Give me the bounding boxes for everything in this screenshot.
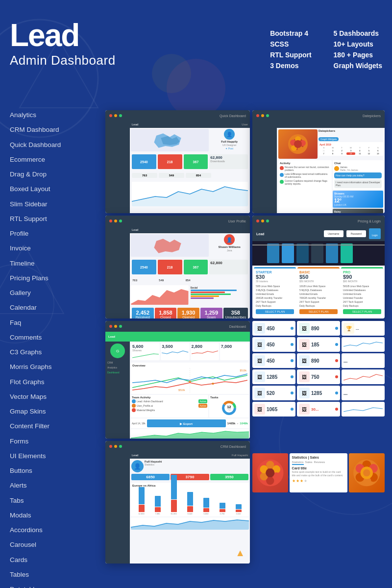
nav-rtl-support[interactable]: RTL Support bbox=[10, 212, 93, 226]
mockup-datepicker: Datepickers bbox=[252, 110, 385, 213]
nav-tables[interactable]: Tables bbox=[10, 567, 93, 582]
svg-marker-8 bbox=[131, 289, 189, 305]
nav-quick-dashboard[interactable]: Quick Dashboard bbox=[10, 138, 93, 152]
svg-rect-26 bbox=[282, 244, 294, 263]
nav-slim-sidebar[interactable]: Slim Sidebar bbox=[10, 197, 93, 212]
nav-gmap-skins[interactable]: Gmap Skins bbox=[10, 404, 93, 419]
screenshots-area: Quick Dashboard Lead User � bbox=[105, 110, 390, 578]
mockup-crm: CRM Dashboard Lead Full Hayashi 👤 Full H… bbox=[105, 441, 250, 564]
nav-carousel[interactable]: Carousel bbox=[10, 538, 93, 552]
header: Lead Admin Dashboard Bootstrap 4 SCSS RT… bbox=[0, 0, 392, 79]
nav-alerts[interactable]: Alerts bbox=[10, 478, 93, 493]
feature-graphs: Graph Widgets bbox=[334, 62, 382, 70]
sidebar: Analytics CRM Dashboard Quick Dashboard … bbox=[0, 108, 103, 588]
nav-morris-graphs[interactable]: Morris Graphs bbox=[10, 360, 93, 374]
feature-demos: 3 Demos bbox=[270, 62, 318, 70]
num-cards-grid: 🖼 450 🖼 890 🏆 ... 🖼 450 🖼 185 bbox=[252, 321, 385, 416]
svg-point-23 bbox=[294, 140, 302, 148]
bottom-section: Statistics | Sales Statistics Sales Revi… bbox=[252, 453, 385, 492]
feature-rtl: RTL Support bbox=[270, 51, 318, 59]
nav-boxed-layout[interactable]: Boxed Layout bbox=[10, 182, 93, 196]
svg-rect-25 bbox=[267, 244, 279, 263]
nav-analytics[interactable]: Analytics bbox=[10, 108, 93, 122]
nav-accordions[interactable]: Accordions bbox=[10, 523, 93, 538]
nav-datatables[interactable]: Datatables bbox=[10, 582, 93, 588]
mockup-quick-dashboard: Quick Dashboard Lead User � bbox=[105, 110, 250, 213]
feature-pages: 180 + Pages bbox=[334, 51, 382, 59]
svg-point-49 bbox=[363, 469, 370, 477]
brand-subtitle: Admin Dashboard bbox=[10, 53, 116, 68]
nav-pricing-plans[interactable]: Pricing Plans bbox=[10, 271, 93, 286]
nav-gallery[interactable]: Gallery bbox=[10, 286, 93, 300]
nav-buttons[interactable]: Buttons bbox=[10, 464, 93, 478]
feature-bootstrap: Bootstrap 4 bbox=[270, 29, 318, 37]
nav-ui-elements[interactable]: UI Elements bbox=[10, 449, 93, 464]
features-col1: Bootstrap 4 SCSS RTL Support 3 Demos bbox=[270, 29, 318, 70]
nav-invoice[interactable]: Invoice bbox=[10, 241, 93, 256]
brand-name: Lead bbox=[10, 20, 116, 51]
svg-rect-30 bbox=[341, 244, 353, 263]
nav-comments[interactable]: Comments bbox=[10, 330, 93, 345]
nav-modals[interactable]: Modals bbox=[10, 508, 93, 523]
svg-point-40 bbox=[266, 468, 274, 477]
nav-ecommerce[interactable]: Ecommerce bbox=[10, 152, 93, 167]
nav-drag-drop[interactable]: Drag & Drop bbox=[10, 167, 93, 182]
svg-point-10 bbox=[212, 383, 214, 385]
features-col2: 5 Dashboards 10+ Layouts 180 + Pages Gra… bbox=[334, 29, 382, 70]
nav-calendar[interactable]: Calendar bbox=[10, 300, 93, 315]
nav-profile[interactable]: Profile bbox=[10, 226, 93, 241]
mockup-pricing: Pricing & Login Lead Username Password L… bbox=[252, 216, 385, 318]
feature-scss: SCSS bbox=[270, 40, 318, 48]
svg-rect-27 bbox=[296, 244, 309, 263]
nav-c3-graphs[interactable]: C3 Graphs bbox=[10, 345, 93, 360]
feature-layouts: 10+ Layouts bbox=[334, 40, 382, 48]
mockup-user-profile: User Profile Lead 👤 Shawn Williams Java bbox=[105, 216, 250, 318]
svg-marker-7 bbox=[132, 187, 248, 206]
nav-flot-graphs[interactable]: Flot Graphs bbox=[10, 375, 93, 390]
svg-rect-29 bbox=[326, 244, 338, 263]
nav-faq[interactable]: Faq bbox=[10, 316, 93, 330]
nav-tabs[interactable]: Tabs bbox=[10, 493, 93, 508]
nav-content-filter[interactable]: Content Filter bbox=[10, 419, 93, 434]
mockup-analytics: Dashboard Lead G CRM Analytics Dashboard… bbox=[105, 321, 250, 439]
nav-timeline[interactable]: Timeline bbox=[10, 256, 93, 271]
svg-marker-15 bbox=[131, 431, 249, 439]
brand: Lead Admin Dashboard bbox=[10, 20, 116, 68]
nav-cards[interactable]: Cards bbox=[10, 553, 93, 567]
feature-dashboards: 5 Dashboards bbox=[334, 29, 382, 37]
svg-rect-28 bbox=[311, 244, 323, 263]
features-grid: Bootstrap 4 SCSS RTL Support 3 Demos 5 D… bbox=[270, 29, 382, 70]
nav-vector-maps[interactable]: Vector Maps bbox=[10, 390, 93, 404]
nav-crm[interactable]: CRM Dashboard bbox=[10, 122, 93, 137]
nav-forms[interactable]: Forms bbox=[10, 434, 93, 449]
